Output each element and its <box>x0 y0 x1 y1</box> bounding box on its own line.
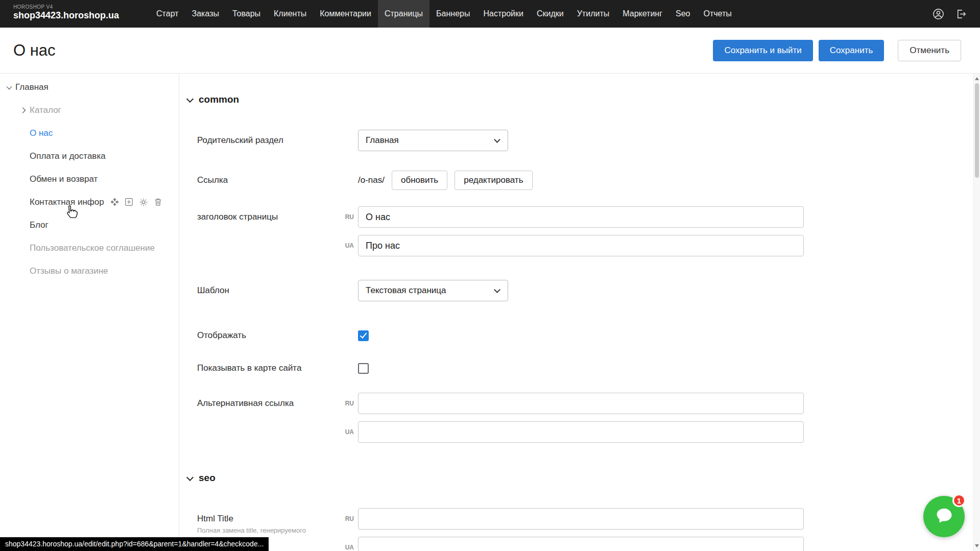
delete-icon[interactable] <box>154 198 162 206</box>
alt-link-ua-input[interactable] <box>358 421 804 443</box>
nav-kommentarii[interactable]: Комментарии <box>313 0 378 28</box>
logout-icon[interactable] <box>954 8 967 20</box>
top-navigation: Старт Заказы Товары Клиенты Комментарии … <box>150 0 927 28</box>
page-title-ru-input[interactable] <box>358 206 804 228</box>
nav-seo[interactable]: Seo <box>669 0 697 28</box>
field-alt-link: Альтернативная ссылка RU UA <box>197 393 980 443</box>
chat-widget-button[interactable]: 1 <box>923 496 965 537</box>
display-checkbox[interactable] <box>358 330 369 341</box>
sidebar-item-obmen-i-vozvrat[interactable]: Обмен и возврат <box>0 167 179 190</box>
page-title: О нас <box>13 41 56 60</box>
chevron-right-icon[interactable] <box>19 106 27 114</box>
html-title-ua-input[interactable] <box>358 537 804 551</box>
field-template: Шаблон Текстовая страница <box>197 280 980 301</box>
page-header: О нас Сохранить и выйти Сохранить Отмени… <box>0 28 980 74</box>
account-icon[interactable] <box>932 8 944 20</box>
settings-icon[interactable] <box>139 198 148 207</box>
html-title-ru-input[interactable] <box>358 508 804 530</box>
tree-item-actions <box>110 198 162 207</box>
sidebar-item-katalog[interactable]: Каталог <box>0 99 179 122</box>
page-title-ua-input[interactable] <box>358 235 804 256</box>
status-bar-url: shop34423.horoshop.ua/edit/edit.php?id=6… <box>0 537 269 551</box>
main-area: Главная Каталог О нас Оплата и доставка <box>0 74 980 551</box>
field-link: Ссылка /o-nas/ обновить редактировать <box>197 170 980 191</box>
chevron-placeholder <box>19 175 27 183</box>
template-select[interactable]: Текстовая страница <box>358 280 508 301</box>
select-chevron-icon <box>494 137 500 143</box>
nav-klienty[interactable]: Клиенты <box>267 0 313 28</box>
link-path: /o-nas/ <box>358 175 385 185</box>
scrollbar <box>973 74 980 551</box>
scrollbar-thumb[interactable] <box>975 83 979 178</box>
header-actions: Сохранить и выйти Сохранить Отменить <box>713 40 961 61</box>
nav-stranicy[interactable]: Страницы <box>378 0 429 28</box>
field-sitemap: Показывать в карте сайта <box>197 357 980 379</box>
sidebar-item-oplata-i-dostavka[interactable]: Оплата и доставка <box>0 145 179 167</box>
sidebar-item-kontaktnaya-informacia[interactable]: Контактная инфор <box>0 190 179 213</box>
chevron-placeholder <box>19 244 27 252</box>
sitemap-checkbox[interactable] <box>358 363 369 374</box>
logo[interactable]: HOROSHOP V4 shop34423.horoshop.ua <box>0 0 119 28</box>
logo-domain: shop34423.horoshop.ua <box>13 10 119 21</box>
pages-tree-sidebar: Главная Каталог О нас Оплата и доставка <box>0 74 179 551</box>
parent-section-select[interactable]: Главная <box>358 130 508 151</box>
page-edit-form: common Родительский раздел Главная Ссылк… <box>179 74 980 551</box>
save-and-exit-button[interactable]: Сохранить и выйти <box>713 40 812 61</box>
scroll-down-icon[interactable] <box>974 542 980 549</box>
nav-skidki[interactable]: Скидки <box>530 0 570 28</box>
nav-utility[interactable]: Утилиты <box>570 0 616 28</box>
select-chevron-icon <box>494 288 500 294</box>
tree-children: Каталог О нас Оплата и доставка Обмен и … <box>0 99 179 282</box>
section-seo[interactable]: seo <box>186 472 980 484</box>
sidebar-item-blog[interactable]: Блог <box>0 213 179 236</box>
chevron-placeholder <box>19 221 27 229</box>
chevron-down-icon[interactable] <box>5 83 13 91</box>
lang-ru-label: RU <box>340 213 354 221</box>
sidebar-item-polzovatelskoe-soglashenie[interactable]: Пользовательское соглашение <box>0 236 179 259</box>
chat-unread-badge: 1 <box>952 494 966 507</box>
field-parent-section: Родительский раздел Главная <box>197 130 980 151</box>
chevron-placeholder <box>19 129 27 137</box>
add-icon[interactable] <box>125 198 133 206</box>
topbar: HOROSHOP V4 shop34423.horoshop.ua Старт … <box>0 0 980 28</box>
move-icon[interactable] <box>110 198 119 206</box>
cancel-button[interactable]: Отменить <box>898 40 961 61</box>
lang-ru-label: RU <box>340 400 354 407</box>
chevron-placeholder <box>19 267 27 275</box>
link-edit-button[interactable]: редактировать <box>455 171 532 190</box>
alt-link-ru-input[interactable] <box>358 393 804 414</box>
sidebar-item-o-nas[interactable]: О нас <box>0 122 179 145</box>
chevron-placeholder <box>19 198 27 206</box>
chat-icon <box>934 506 954 528</box>
app-window: HOROSHOP V4 shop34423.horoshop.ua Старт … <box>0 0 980 551</box>
collapse-chevron-icon <box>186 474 194 482</box>
nav-marketing[interactable]: Маркетинг <box>616 0 669 28</box>
html-title-hint: Полная замена title, генерируемого <box>197 526 327 535</box>
save-button[interactable]: Сохранить <box>819 40 884 61</box>
collapse-chevron-icon <box>186 96 194 103</box>
nav-tovary[interactable]: Товары <box>226 0 267 28</box>
nav-bannery[interactable]: Баннеры <box>429 0 476 28</box>
scroll-up-icon[interactable] <box>974 75 980 82</box>
field-page-title: заголовок страницы RU UA <box>197 206 980 256</box>
link-update-button[interactable]: обновить <box>392 171 447 190</box>
nav-otchety[interactable]: Отчеты <box>697 0 738 28</box>
sidebar-item-glavnaya[interactable]: Главная <box>0 76 179 99</box>
nav-nastroyki[interactable]: Настройки <box>476 0 530 28</box>
lang-ua-label: UA <box>340 428 354 436</box>
lang-ua-label: UA <box>340 544 354 551</box>
sidebar-item-otzyvy-o-magazine[interactable]: Отзывы о магазине <box>0 259 179 282</box>
lang-ua-label: UA <box>340 242 354 249</box>
logo-version: HOROSHOP V4 <box>13 4 119 10</box>
topbar-icons <box>927 0 980 28</box>
section-common[interactable]: common <box>186 94 980 105</box>
lang-ru-label: RU <box>340 515 354 522</box>
nav-zakazy[interactable]: Заказы <box>185 0 226 28</box>
field-display: Отображать <box>197 325 980 346</box>
nav-start[interactable]: Старт <box>150 0 185 28</box>
chevron-placeholder <box>19 152 27 160</box>
field-html-title: Html Title Полная замена title, генериру… <box>197 508 980 551</box>
